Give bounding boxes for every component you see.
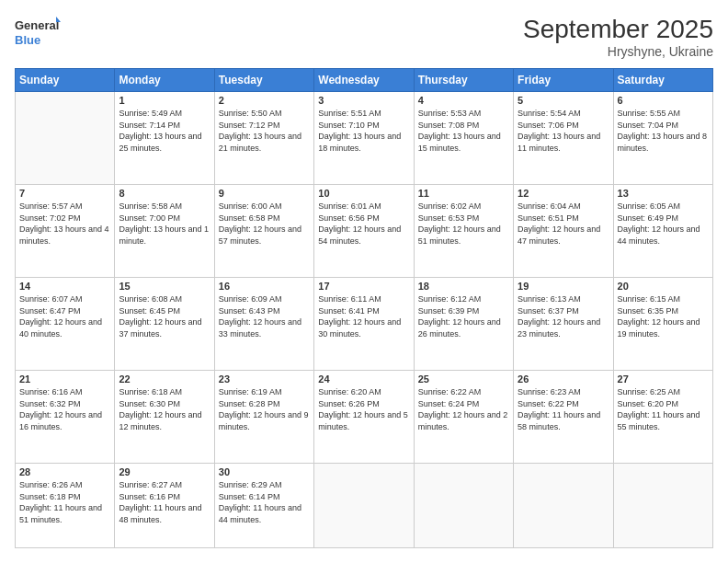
day-info: Sunrise: 5:49 AM Sunset: 7:14 PM Dayligh…	[119, 108, 210, 154]
cell-w4-d4: 24Sunrise: 6:20 AM Sunset: 6:26 PM Dayli…	[314, 371, 414, 464]
week-row-5: 28Sunrise: 6:26 AM Sunset: 6:18 PM Dayli…	[16, 464, 713, 548]
day-number: 24	[318, 373, 409, 385]
week-row-4: 21Sunrise: 6:16 AM Sunset: 6:32 PM Dayli…	[16, 371, 713, 464]
svg-marker-1	[56, 17, 61, 22]
month-title: September 2025	[523, 15, 713, 44]
day-number: 23	[219, 373, 310, 385]
calendar-header-row: SundayMondayTuesdayWednesdayThursdayFrid…	[16, 69, 713, 92]
cell-w3-d6: 19Sunrise: 6:13 AM Sunset: 6:37 PM Dayli…	[514, 278, 613, 371]
day-number: 22	[119, 373, 210, 385]
day-number: 13	[618, 188, 709, 199]
cell-w3-d4: 17Sunrise: 6:11 AM Sunset: 6:41 PM Dayli…	[314, 278, 414, 371]
cell-w1-d6: 5Sunrise: 5:54 AM Sunset: 7:06 PM Daylig…	[514, 92, 613, 185]
day-number: 30	[219, 466, 310, 477]
day-info: Sunrise: 6:08 AM Sunset: 6:45 PM Dayligh…	[119, 293, 210, 339]
day-info: Sunrise: 6:09 AM Sunset: 6:43 PM Dayligh…	[219, 293, 310, 339]
day-info: Sunrise: 6:01 AM Sunset: 6:56 PM Dayligh…	[318, 201, 409, 247]
cell-w3-d7: 20Sunrise: 6:15 AM Sunset: 6:35 PM Dayli…	[613, 278, 712, 371]
day-number: 26	[518, 373, 609, 385]
cell-w2-d4: 10Sunrise: 6:01 AM Sunset: 6:56 PM Dayli…	[314, 185, 414, 278]
day-number: 19	[518, 281, 609, 292]
cell-w4-d2: 22Sunrise: 6:18 AM Sunset: 6:30 PM Dayli…	[115, 371, 214, 464]
header-tuesday: Tuesday	[214, 69, 313, 92]
cell-w4-d7: 27Sunrise: 6:25 AM Sunset: 6:20 PM Dayli…	[613, 371, 712, 464]
day-number: 29	[119, 466, 210, 477]
day-number: 14	[19, 281, 110, 292]
cell-w5-d4	[314, 464, 414, 548]
day-info: Sunrise: 6:12 AM Sunset: 6:39 PM Dayligh…	[418, 293, 509, 339]
day-number: 28	[19, 466, 110, 477]
day-number: 20	[618, 281, 709, 292]
day-number: 18	[418, 281, 509, 292]
cell-w4-d5: 25Sunrise: 6:22 AM Sunset: 6:24 PM Dayli…	[414, 371, 513, 464]
header-sunday: Sunday	[16, 69, 115, 92]
day-info: Sunrise: 5:55 AM Sunset: 7:04 PM Dayligh…	[618, 108, 709, 154]
day-info: Sunrise: 6:11 AM Sunset: 6:41 PM Dayligh…	[318, 293, 409, 339]
day-info: Sunrise: 6:20 AM Sunset: 6:26 PM Dayligh…	[318, 386, 409, 432]
cell-w1-d2: 1Sunrise: 5:49 AM Sunset: 7:14 PM Daylig…	[115, 92, 214, 185]
cell-w5-d5	[414, 464, 513, 548]
logo-svg: General Blue	[15, 15, 61, 50]
calendar-body: 1Sunrise: 5:49 AM Sunset: 7:14 PM Daylig…	[16, 92, 713, 548]
day-info: Sunrise: 6:18 AM Sunset: 6:30 PM Dayligh…	[119, 386, 210, 432]
day-number: 5	[518, 95, 609, 106]
day-info: Sunrise: 6:23 AM Sunset: 6:22 PM Dayligh…	[518, 386, 609, 432]
day-info: Sunrise: 5:50 AM Sunset: 7:12 PM Dayligh…	[219, 108, 310, 154]
header: General Blue September 2025 Hryshyne, Uk…	[15, 15, 713, 59]
svg-text:General: General	[15, 18, 59, 32]
svg-text:Blue: Blue	[15, 33, 40, 47]
cell-w1-d7: 6Sunrise: 5:55 AM Sunset: 7:04 PM Daylig…	[613, 92, 712, 185]
cell-w5-d2: 29Sunrise: 6:27 AM Sunset: 6:16 PM Dayli…	[115, 464, 214, 548]
day-number: 11	[418, 188, 509, 199]
day-info: Sunrise: 6:13 AM Sunset: 6:37 PM Dayligh…	[518, 293, 609, 339]
day-info: Sunrise: 6:19 AM Sunset: 6:28 PM Dayligh…	[219, 386, 310, 432]
cell-w4-d3: 23Sunrise: 6:19 AM Sunset: 6:28 PM Dayli…	[214, 371, 313, 464]
day-info: Sunrise: 6:16 AM Sunset: 6:32 PM Dayligh…	[19, 386, 110, 432]
cell-w2-d2: 8Sunrise: 5:58 AM Sunset: 7:00 PM Daylig…	[115, 185, 214, 278]
week-row-2: 7Sunrise: 5:57 AM Sunset: 7:02 PM Daylig…	[16, 185, 713, 278]
cell-w1-d1	[16, 92, 115, 185]
cell-w5-d3: 30Sunrise: 6:29 AM Sunset: 6:14 PM Dayli…	[214, 464, 313, 548]
cell-w2-d1: 7Sunrise: 5:57 AM Sunset: 7:02 PM Daylig…	[16, 185, 115, 278]
cell-w5-d6	[514, 464, 613, 548]
day-number: 25	[418, 373, 509, 385]
header-wednesday: Wednesday	[314, 69, 414, 92]
day-info: Sunrise: 5:58 AM Sunset: 7:00 PM Dayligh…	[119, 201, 210, 247]
cell-w5-d1: 28Sunrise: 6:26 AM Sunset: 6:18 PM Dayli…	[16, 464, 115, 548]
cell-w2-d3: 9Sunrise: 6:00 AM Sunset: 6:58 PM Daylig…	[214, 185, 313, 278]
cell-w1-d3: 2Sunrise: 5:50 AM Sunset: 7:12 PM Daylig…	[214, 92, 313, 185]
day-number: 10	[318, 188, 409, 199]
header-friday: Friday	[514, 69, 613, 92]
cell-w1-d4: 3Sunrise: 5:51 AM Sunset: 7:10 PM Daylig…	[314, 92, 414, 185]
day-info: Sunrise: 6:29 AM Sunset: 6:14 PM Dayligh…	[219, 479, 310, 525]
cell-w4-d6: 26Sunrise: 6:23 AM Sunset: 6:22 PM Dayli…	[514, 371, 613, 464]
day-number: 8	[119, 188, 210, 199]
week-row-3: 14Sunrise: 6:07 AM Sunset: 6:47 PM Dayli…	[16, 278, 713, 371]
cell-w2-d7: 13Sunrise: 6:05 AM Sunset: 6:49 PM Dayli…	[613, 185, 712, 278]
cell-w5-d7	[613, 464, 712, 548]
day-number: 4	[418, 95, 509, 106]
day-number: 16	[219, 281, 310, 292]
day-number: 3	[318, 95, 409, 106]
cell-w3-d5: 18Sunrise: 6:12 AM Sunset: 6:39 PM Dayli…	[414, 278, 513, 371]
day-info: Sunrise: 6:00 AM Sunset: 6:58 PM Dayligh…	[219, 201, 310, 247]
day-info: Sunrise: 6:05 AM Sunset: 6:49 PM Dayligh…	[618, 201, 709, 247]
day-number: 12	[518, 188, 609, 199]
day-info: Sunrise: 6:04 AM Sunset: 6:51 PM Dayligh…	[518, 201, 609, 247]
title-section: September 2025 Hryshyne, Ukraine	[523, 15, 713, 59]
day-number: 9	[219, 188, 310, 199]
day-info: Sunrise: 6:07 AM Sunset: 6:47 PM Dayligh…	[19, 293, 110, 339]
day-number: 6	[618, 95, 709, 106]
day-number: 7	[19, 188, 110, 199]
day-info: Sunrise: 5:53 AM Sunset: 7:08 PM Dayligh…	[418, 108, 509, 154]
header-saturday: Saturday	[613, 69, 712, 92]
cell-w2-d5: 11Sunrise: 6:02 AM Sunset: 6:53 PM Dayli…	[414, 185, 513, 278]
logo-container: General Blue	[15, 15, 61, 50]
day-info: Sunrise: 5:57 AM Sunset: 7:02 PM Dayligh…	[19, 201, 110, 247]
day-info: Sunrise: 6:15 AM Sunset: 6:35 PM Dayligh…	[618, 293, 709, 339]
day-number: 1	[119, 95, 210, 106]
day-number: 27	[618, 373, 709, 385]
subtitle: Hryshyne, Ukraine	[523, 44, 713, 59]
day-number: 15	[119, 281, 210, 292]
day-info: Sunrise: 6:02 AM Sunset: 6:53 PM Dayligh…	[418, 201, 509, 247]
